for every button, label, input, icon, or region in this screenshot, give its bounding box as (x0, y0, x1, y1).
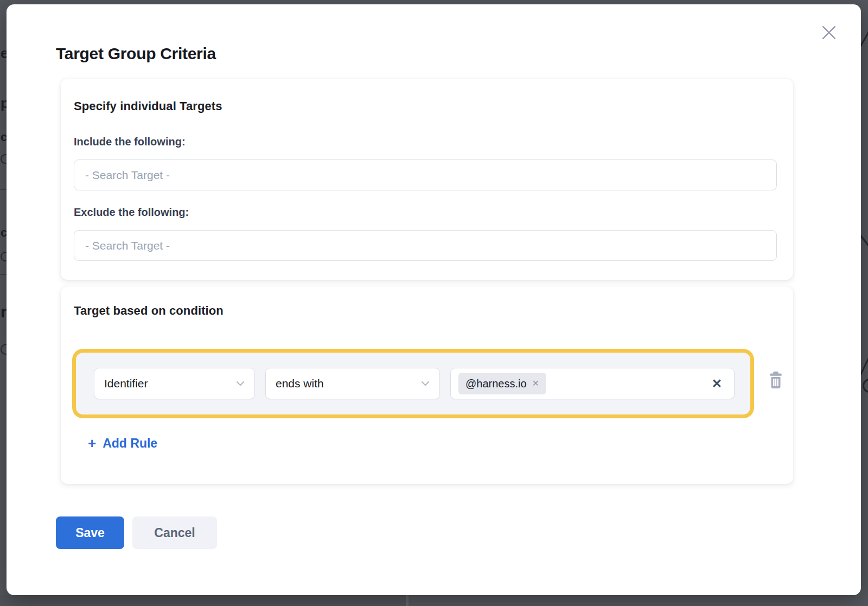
chip-remove-icon[interactable]: ✕ (532, 379, 539, 388)
individual-targets-card: Specify individual Targets Include the f… (61, 79, 793, 280)
save-button[interactable]: Save (56, 516, 124, 549)
values-tag-input[interactable]: @harness.io ✕ ✕ (450, 368, 735, 399)
background-panel (0, 595, 406, 606)
dimmed-background-left: er pe cl cl r (0, 0, 7, 595)
background-divider (0, 189, 7, 190)
screen: er pe cl cl r Target Group Criteria Spec… (0, 0, 868, 606)
dialog-title: Target Group Criteria (56, 44, 216, 63)
dimmed-background-right (861, 0, 868, 595)
chevron-down-icon (236, 381, 245, 386)
background-circle-icon (1, 252, 7, 261)
add-rule-label: Add Rule (103, 436, 157, 451)
attribute-dropdown-value: Identifier (104, 377, 148, 390)
background-circle-icon (1, 154, 7, 164)
background-text-fragment: cl (1, 130, 7, 144)
section-heading: Specify individual Targets (74, 99, 222, 113)
condition-rule-row-highlighted: Identifier ends with @harness.io (72, 349, 754, 418)
include-label: Include the following: (74, 136, 186, 148)
attribute-dropdown[interactable]: Identifier (94, 368, 255, 399)
background-line (861, 220, 868, 259)
section-heading: Target based on condition (74, 304, 224, 318)
operator-dropdown-value: ends with (276, 377, 324, 390)
close-icon (821, 24, 837, 41)
include-target-search-input[interactable] (74, 160, 777, 190)
add-rule-button[interactable]: + Add Rule (88, 436, 157, 451)
value-chip-text: @harness.io (465, 378, 527, 390)
background-circle-icon (863, 379, 868, 393)
trash-icon (768, 371, 784, 389)
value-chip: @harness.io ✕ (458, 373, 546, 394)
dimmed-background-bottom (0, 595, 868, 606)
chevron-down-icon (421, 381, 430, 386)
background-text-fragment: er (1, 45, 7, 62)
plus-icon: + (88, 436, 96, 450)
delete-rule-button[interactable] (766, 369, 786, 391)
operator-dropdown[interactable]: ends with (265, 368, 440, 399)
background-text-fragment: pe (1, 95, 7, 112)
condition-card: Target based on condition Identifier end… (61, 286, 793, 484)
background-text-fragment: r (1, 303, 7, 321)
exclude-target-search-input[interactable] (74, 230, 777, 261)
cancel-button[interactable]: Cancel (132, 516, 217, 549)
close-button[interactable] (816, 20, 842, 46)
background-line (861, 29, 868, 54)
clear-values-button[interactable]: ✕ (712, 378, 722, 390)
background-text-fragment: cl (1, 226, 7, 240)
target-group-criteria-dialog: Target Group Criteria Specify individual… (7, 4, 861, 595)
background-divider (406, 595, 409, 606)
exclude-label: Exclude the following: (74, 206, 189, 219)
background-circle-icon (1, 344, 7, 355)
background-divider (0, 274, 7, 275)
condition-rule-row-panel: Identifier ends with @harness.io (76, 353, 750, 414)
